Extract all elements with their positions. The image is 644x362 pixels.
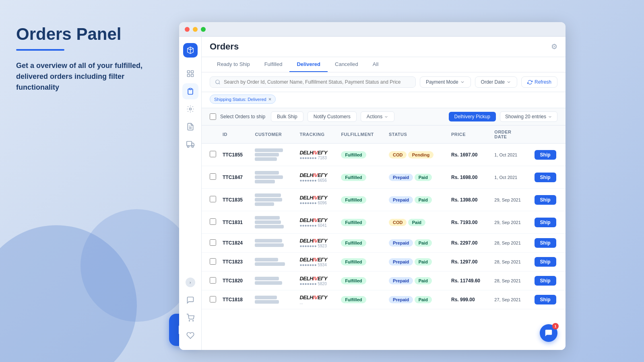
minimize-dot[interactable] [193,27,198,32]
remove-filter-button[interactable]: × [268,96,272,102]
sidebar-toggle[interactable]: › [186,278,195,287]
delhivery-pickup-button[interactable]: Delhivery Pickup [449,112,496,121]
payment-mode-filter[interactable]: Payment Mode [420,76,471,88]
bulk-ship-button[interactable]: Bulk Ship [271,111,303,122]
action-cell: Ship [531,234,566,253]
ship-button[interactable]: Ship [535,173,556,182]
sidebar-item-settings[interactable] [182,101,198,117]
sidebar-item-shipping[interactable] [182,136,198,152]
svg-rect-0 [187,71,190,73]
search-box[interactable] [210,76,416,88]
payment-status-badge: Paid [415,174,432,181]
th-checkbox [202,125,219,144]
row-checkbox[interactable] [210,277,216,284]
row-checkbox[interactable] [210,151,216,157]
notify-customers-button[interactable]: Notify Customers [308,111,357,122]
customer-blur-line [255,262,285,266]
sidebar-item-cart[interactable] [182,310,198,326]
order-id: TTC1824 [219,234,252,253]
status-cell: COD Pending [386,144,448,166]
delhivery-logo: DELHIVEΓY [299,195,327,201]
ship-button[interactable]: Ship [535,218,556,227]
svg-rect-1 [191,71,193,73]
title-underline [16,49,64,51]
chevron-down-icon-2 [506,80,511,84]
customer-blur-line [255,153,279,156]
svg-point-8 [192,146,193,147]
top-bar: Orders ⚙ [202,37,566,57]
row-checkbox[interactable] [210,296,216,302]
fulfillment-badge: Fulfilled [341,258,366,265]
customer-cell [252,272,296,290]
order-date-cell: 1, Oct 2021 [491,144,531,166]
price-cell: Rs. 2297.00 [448,234,491,253]
th-id: ID [219,125,252,144]
order-id: TTC1818 [219,290,252,309]
svg-point-9 [189,321,190,321]
order-id: TTC1820 [219,272,252,290]
action-cell: Ship [531,166,566,189]
customer-cell [252,144,296,166]
tracking-number: ●●●●●●● 6656 [299,178,334,183]
tabs-bar: Ready to Ship Fulfilled Delivered Cancel… [202,57,566,72]
search-input[interactable] [224,79,411,85]
sidebar-item-orders[interactable] [182,83,198,99]
sidebar-item-chat[interactable] [182,292,198,308]
tab-all[interactable]: All [365,57,386,72]
row-checkbox[interactable] [210,239,216,246]
ship-button[interactable]: Ship [535,276,556,286]
chat-badge: 1 [552,323,559,329]
row-checkbox[interactable] [210,173,216,180]
table-header-row: ID CUSTOMER TRACKING FULFILLMENT STATUS … [202,125,566,144]
price-cell: Rs. 999.00 [448,290,491,309]
tab-cancelled[interactable]: Cancelled [328,57,365,72]
select-all-checkbox[interactable] [210,113,216,120]
row-checkbox[interactable] [210,258,216,265]
order-date-cell: 27, Sep 2021 [491,290,531,309]
refresh-button[interactable]: Refresh [521,76,557,88]
document-icon [186,123,194,131]
ship-button[interactable]: Ship [535,295,556,304]
customer-cell [252,189,296,211]
sidebar-item-dashboard[interactable] [182,66,198,82]
customer-blur-line [255,148,283,152]
tab-delivered[interactable]: Delivered [289,57,328,72]
status-cell: COD Paid [386,211,448,234]
actions-button[interactable]: Actions [361,111,394,122]
row-checkbox[interactable] [210,218,216,225]
order-date-filter[interactable]: Order Date [475,76,517,88]
tab-fulfilled[interactable]: Fulfilled [257,57,290,72]
svg-point-11 [216,80,219,84]
tab-ready-to-ship[interactable]: Ready to Ship [210,57,257,72]
status-cell: Prepaid Paid [386,272,448,290]
sidebar-item-documents[interactable] [182,119,198,135]
ship-button[interactable]: Ship [535,257,556,267]
settings-gear-icon[interactable]: ⚙ [551,42,557,51]
customer-blur-line [255,193,281,197]
maximize-dot[interactable] [201,27,206,32]
ship-button[interactable]: Ship [535,150,556,160]
row-checkbox[interactable] [210,196,216,202]
table-row: TTC1831 DELHIVEΓY ●●●●●●● 6041 Fulfilled… [202,211,566,234]
sidebar-item-favorites[interactable] [182,327,198,343]
payment-mode-badge: Prepaid [389,296,413,303]
main-window: › [179,22,566,350]
order-date-cell: 28, Sep 2021 [491,253,531,272]
delhivery-logo: DELHIVEΓY [299,276,327,282]
payment-mode-badge: Prepaid [389,277,413,284]
ship-button[interactable]: Ship [535,195,556,205]
sidebar-logo[interactable] [183,43,198,58]
chat-button[interactable]: 1 [540,324,557,342]
fulfillment-badge: Fulfilled [341,151,366,158]
active-filter-tag[interactable]: Shipping Status: Delivered × [210,95,276,104]
tracking-number: ... [299,300,334,305]
ship-button[interactable]: Ship [535,238,556,248]
table-row: TTC1824 DELHIVEΓY ●●●●●●● 5923 Fulfilled… [202,234,566,253]
tracking-cell: DELHIVEΓY ●●●●●●● 6096 [296,189,338,211]
customer-blur-line [255,243,284,247]
fulfillment-cell: Fulfilled [338,166,386,189]
fulfillment-cell: Fulfilled [338,290,386,309]
customer-blur-line [255,180,275,183]
close-dot[interactable] [185,27,190,32]
showing-entries-dropdown[interactable]: Showing 20 entries [500,111,557,122]
